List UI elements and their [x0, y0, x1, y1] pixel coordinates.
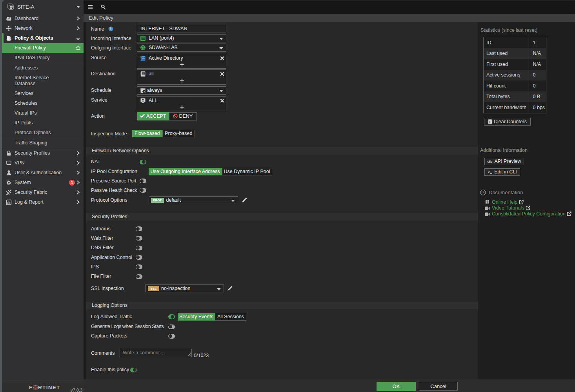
svg-text:?: ? — [482, 190, 484, 195]
